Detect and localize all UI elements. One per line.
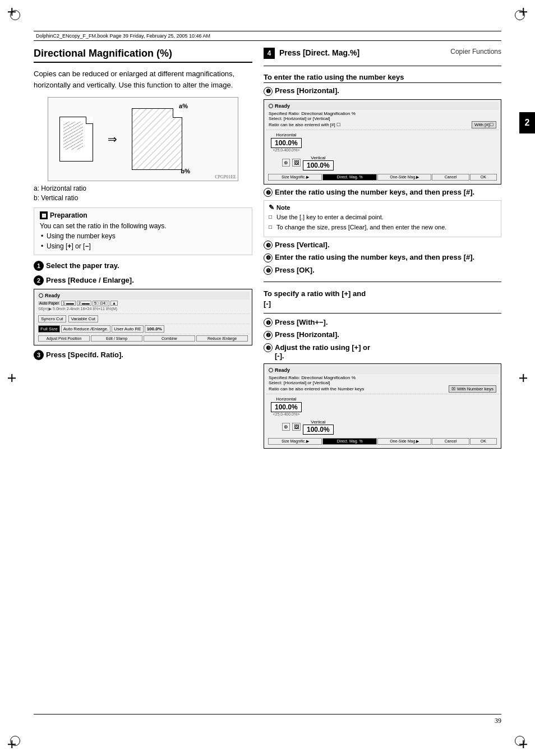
sub1-step-3-text: Press [Vertical]. (275, 241, 330, 249)
right-column: 4 Press [Direct. Mag.%] To enter the rat… (264, 48, 501, 714)
header-text: DolphinC2_ENcopy_F_FM.book Page 39 Frida… (36, 33, 210, 39)
screen-2: Ready Specified Ratio: Directional Magni… (264, 99, 501, 185)
sub1-step-3-num: ❸ (264, 241, 273, 250)
screen2-fields: Horizontal 100.0% <25.0-400.0%> ⊕ 🖼 Vert… (266, 130, 499, 173)
main-content: Directional Magnification (%) Copies can… (34, 48, 501, 714)
sub1-step-4: ❹ Enter the ratio using the number keys,… (264, 253, 501, 262)
ready-dot (39, 293, 43, 298)
screen3-buttons: Size Magnific.▶ Direct. Mag. % One-Side … (266, 437, 499, 446)
ready-dot-3 (269, 368, 273, 372)
sub2-step-1: ❶ Press [With+−]. (264, 318, 501, 328)
sub1-step-5-num: ❺ (264, 266, 273, 275)
sub2-step-1-text: Press [With+−]. (275, 318, 328, 326)
divider-3 (264, 313, 501, 314)
screen1-ready-text: Ready (45, 293, 60, 298)
sub2-step-3-num: ❸ (264, 343, 273, 352)
sub2-step-3-text: Adjust the ratio using [+] or [-]. (275, 343, 370, 360)
sub1-step-2-num: ❷ (264, 188, 273, 197)
label-b-desc: b: Vertical ratio (34, 194, 252, 202)
sub1-step-5-text: Press [OK]. (275, 266, 315, 274)
cross-mark-tr (519, 8, 527, 16)
prep-title: ▦ Preparation (40, 211, 246, 219)
chapter-tab: 2 (519, 112, 535, 133)
doc-original (59, 117, 93, 162)
screen2-ready-text: Ready (275, 103, 290, 109)
cross-mark-ml (8, 374, 16, 382)
sub2-step-3: ❸ Adjust the ratio using [+] or [-]. (264, 343, 501, 360)
sub1-step-3: ❸ Press [Vertical]. (264, 241, 501, 250)
ready-dot-2 (269, 104, 273, 108)
subsection1-title: To enter the ratio using the number keys (264, 73, 501, 83)
step-4-text: Press [Direct. Mag.%] (279, 48, 359, 57)
step-1-num: 1 (34, 261, 44, 271)
cross-mark-br (519, 740, 527, 748)
screen3-with-btn: ☒ With Number keys (449, 385, 496, 393)
sub2-step-2: ❷ Press [Horizontal]. (264, 330, 501, 340)
screen1-row4: Full Size Auto Reduce./Enlarge. User Aut… (36, 324, 250, 334)
sub2-step-2-text: Press [Horizontal]. (275, 330, 339, 339)
sub1-step-1-num: ❶ (264, 87, 273, 96)
note-box: ✎ Note Use the [.] key to enter a decima… (264, 200, 501, 237)
label-a-text: a% (179, 103, 188, 109)
diagram-inner: ⇒ a% b% (48, 103, 238, 176)
footer: 39 (34, 714, 501, 725)
step-3-text: Press [Specifd. Ratio]. (46, 351, 123, 359)
step-4-num: 4 (264, 48, 275, 59)
note-1: Use the [.] key to enter a decimal point… (269, 213, 496, 222)
screen2-horizontal: Horizontal 100.0% <25.0-400.0%> (271, 132, 302, 152)
screen1-row1: Auto Paper 1 ▬▬ 2 ▬▬ 5□ ⊡4□ ▲ S6(m)▶5.0i… (36, 299, 250, 314)
arrow: ⇒ (108, 132, 117, 146)
step-2: 2 Press [Reduce / Enlarge]. (34, 275, 252, 285)
sub1-step-5: ❺ Press [OK]. (264, 266, 501, 275)
divider-1 (264, 66, 501, 66)
screen-1: Ready Auto Paper 1 ▬▬ 2 ▬▬ 5□ ⊡4□ ▲ S6(m… (34, 289, 252, 345)
step-3-num: 3 (34, 350, 44, 360)
sub1-step-2-text: Enter the ratio using the number keys, a… (275, 188, 474, 196)
cross-mark-tl (8, 8, 16, 16)
sub2-step-1-num: ❶ (264, 318, 273, 327)
sub1-step-2: ❷ Enter the ratio using the number keys,… (264, 188, 501, 197)
diagram-box: ⇒ a% b% CPGP01EE (48, 97, 238, 181)
sub1-step-1: ❶ Press [Horizontal]. (264, 86, 501, 96)
screen1-ready-row: Ready (36, 292, 250, 299)
screen2-vertical: ⊕ 🖼 Vertical 100.0% (282, 155, 494, 170)
screen-3: Ready Specified Ratio: Directional Magni… (264, 363, 501, 449)
screen3-fields: Horizontal 100.0% <25.0-400.0%> ⊕ 🖼 Vert… (266, 394, 499, 437)
left-column: Directional Magnification (%) Copies can… (34, 48, 252, 714)
screen2-buttons: Size Magnific.▶ Direct. Mag. % One-Side … (266, 173, 499, 182)
label-b-text: b% (181, 168, 191, 174)
screen1-row5: Adjust Print Position Edit / Stamp Combi… (36, 334, 250, 343)
step-3: 3 Press [Specifd. Ratio]. (34, 350, 252, 360)
prep-icon: ▦ (40, 211, 48, 219)
screen1-row3: Syncro Cut Variable Cut (36, 314, 250, 324)
note-2: To change the size, press [Clear], and t… (269, 223, 496, 232)
note-title: ✎ Note (269, 204, 496, 211)
subsection2-title: To specify a ratio with [+] and [-] (264, 289, 501, 309)
cross-mark-mr (519, 374, 527, 382)
prep-text: You can set the ratio in the following w… (40, 222, 246, 231)
screen3-ready-text: Ready (275, 367, 290, 373)
sub2-step-2-num: ❷ (264, 331, 273, 340)
sub1-step-4-text: Enter the ratio using the number keys, a… (275, 253, 474, 261)
prep-box: ▦ Preparation You can set the ratio in t… (34, 208, 252, 255)
screen2-title: Specified Ratio: Directional Magnificati… (266, 110, 499, 130)
cross-mark-bl (8, 740, 16, 748)
step-2-num: 2 (34, 275, 44, 285)
intro-text: Copies can be reduced or enlarged at dif… (34, 68, 252, 90)
divider-2 (264, 282, 501, 282)
cp-label: CPGP01EE (215, 174, 236, 179)
sub1-step-1-text: Press [Horizontal]. (275, 86, 339, 95)
screen3-title: Specified Ratio: Directional Magnificati… (266, 374, 499, 394)
page-number: 39 (495, 717, 501, 725)
sub1-step-4-num: ❹ (264, 253, 273, 262)
step-1-text: Select the paper tray. (46, 261, 119, 270)
step-1: 1 Select the paper tray. (34, 261, 252, 271)
label-a-desc: a: Horizontal ratio (34, 185, 252, 192)
doc-enlarged-container: a% b% (132, 108, 182, 170)
screen2-ready-row: Ready (266, 102, 499, 110)
screen3-horizontal: Horizontal 100.0% <25.0-400.0%> (271, 397, 302, 416)
screen3-ready-row: Ready (266, 366, 499, 374)
header-bar: DolphinC2_ENcopy_F_FM.book Page 39 Frida… (34, 31, 501, 41)
screen2-with-btn: With [#]☐ (472, 121, 496, 128)
doc-enlarged (132, 108, 182, 170)
